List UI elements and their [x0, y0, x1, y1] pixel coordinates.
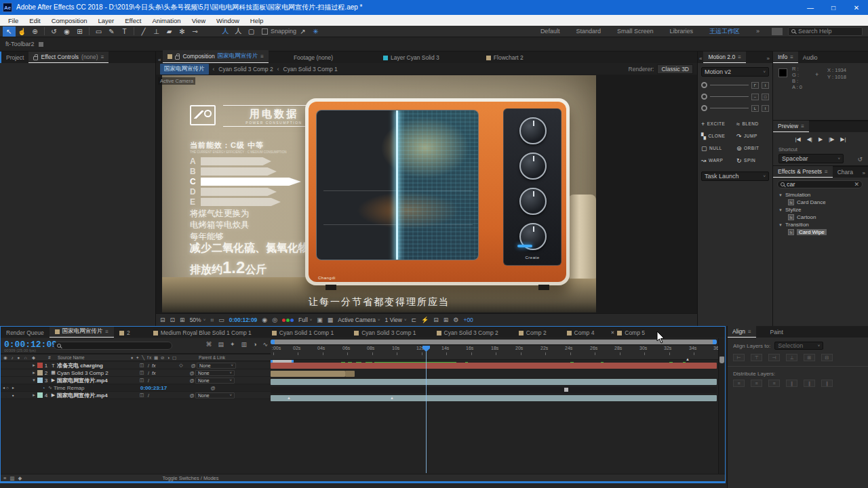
- tab-effect-controls[interactable]: Effect Controls (none) ≡: [28, 52, 108, 63]
- tab-render-queue[interactable]: Render Queue: [1, 328, 50, 338]
- camera-tool-icon[interactable]: ◉: [60, 26, 73, 37]
- slider-btn[interactable]: I: [762, 82, 769, 89]
- property-name[interactable]: Time Remap: [54, 385, 140, 391]
- timeline-search-input[interactable]: [54, 342, 172, 350]
- tab-composition[interactable]: Composition 国家电网宣传片 ≡: [163, 50, 268, 63]
- layer-bar-2-end[interactable]: [345, 371, 355, 377]
- tab-audio[interactable]: Audio: [798, 52, 823, 63]
- breadcrumb-comp1[interactable]: Cyan Solid 3 Comp 1: [283, 66, 338, 73]
- layer-color-swatch[interactable]: [37, 363, 43, 368]
- parent-pickwhip-icon[interactable]: @: [189, 393, 195, 398]
- hand-tool-icon[interactable]: ☝: [16, 26, 28, 37]
- zoom-tool-icon[interactable]: ⊕: [28, 26, 41, 37]
- clear-search-icon[interactable]: ✕: [854, 181, 859, 188]
- parent-dropdown[interactable]: None˅: [197, 363, 236, 369]
- effect-card-wipe[interactable]: fxCard Wipe: [773, 228, 868, 236]
- always-preview-icon[interactable]: ⊟: [160, 317, 165, 323]
- marker-bin-icon[interactable]: [719, 357, 724, 363]
- tab-effects-presets[interactable]: Effects & Presets≡: [773, 166, 833, 178]
- menu-layer[interactable]: Layer: [93, 17, 120, 24]
- twirl-icon[interactable]: ►: [32, 363, 37, 367]
- align-center-v-button[interactable]: ⊞: [804, 354, 815, 361]
- menu-view[interactable]: View: [186, 17, 211, 24]
- parent-pickwhip-icon[interactable]: @: [210, 386, 216, 390]
- tab-character[interactable]: Chara: [833, 167, 858, 178]
- layer-bar-1[interactable]: [271, 363, 717, 369]
- snapping-checkbox[interactable]: [262, 28, 268, 35]
- layer-color-swatch[interactable]: [37, 378, 43, 383]
- align-bottom-button[interactable]: ⊟: [821, 354, 833, 361]
- minimize-button[interactable]: —: [799, 0, 822, 15]
- distribute-center-v-button[interactable]: ≡: [751, 380, 762, 387]
- quality-switch[interactable]: /: [145, 363, 152, 368]
- menu-effect[interactable]: Effect: [119, 17, 146, 24]
- motion-clone-button[interactable]: ▚CLONE: [701, 131, 735, 140]
- effect-cartoon[interactable]: fxCartoon: [773, 214, 868, 221]
- selection-tool-icon[interactable]: ↖: [3, 26, 16, 37]
- twirl-icon[interactable]: ►: [32, 393, 37, 397]
- prev-keyframe-icon[interactable]: ◄: [1, 386, 6, 390]
- panel-menu-icon[interactable]: ≡: [738, 54, 741, 60]
- tab-timeline-active[interactable]: 国家电网宣传片≡: [50, 327, 114, 338]
- tab-comp-2n[interactable]: 2: [114, 328, 136, 338]
- layer-row-2[interactable]: ► 2 ▦ Cyan Solid 3 Comp 2 ◫ / fx @ None˅: [1, 369, 271, 377]
- motion-orbit-button[interactable]: ⊚ORBIT: [736, 144, 770, 152]
- exposure-gear-icon[interactable]: ⚙: [453, 317, 458, 323]
- draft-3d-icon[interactable]: ▤: [218, 341, 224, 348]
- track-area[interactable]: :00s 02s 04s 06s 08s 10s 12s 14s 16s 18s…: [271, 327, 718, 481]
- align-to-dropdown[interactable]: Selection˅: [774, 342, 823, 350]
- layer-color-swatch[interactable]: [37, 370, 43, 375]
- guides-icon[interactable]: ⌗: [210, 317, 214, 324]
- eraser-tool-icon[interactable]: ▰: [163, 26, 176, 37]
- slider-knob[interactable]: [701, 94, 707, 100]
- time-navigator[interactable]: [271, 340, 717, 344]
- show-snapshot-icon[interactable]: ◎: [272, 317, 277, 323]
- align-top-button[interactable]: ⊥: [786, 354, 797, 361]
- twirl-icon[interactable]: ▼: [32, 378, 37, 382]
- playhead-line[interactable]: [426, 351, 427, 473]
- layer-bar-2[interactable]: [271, 371, 345, 377]
- snapshot-icon[interactable]: ◉: [262, 317, 267, 323]
- motion-jump-button[interactable]: ↷JUMP: [736, 131, 770, 140]
- search-help-box[interactable]: Search Help: [788, 27, 863, 36]
- expand-switches-icon[interactable]: ▥: [9, 475, 14, 481]
- composition-flowchart-icon[interactable]: ⌘: [205, 341, 212, 348]
- workspace-default[interactable]: Default: [532, 28, 568, 35]
- channels-icon[interactable]: [282, 319, 294, 322]
- close-button[interactable]: ✕: [845, 0, 868, 15]
- clone-stamp-tool-icon[interactable]: ⊥: [150, 26, 163, 37]
- layer-name[interactable]: Cyan Solid 3 Comp 2: [57, 370, 138, 376]
- breadcrumb-comp2[interactable]: Cyan Solid 3 Comp 2: [218, 66, 273, 73]
- renderer-button[interactable]: Classic 3D: [657, 64, 693, 74]
- type-tool-icon[interactable]: T: [118, 26, 131, 37]
- time-ruler[interactable]: :00s 02s 04s 06s 08s 10s 12s 14s 16s 18s…: [271, 346, 718, 360]
- layer-row-4[interactable]: ● ► 4 ▶ 国家电网宣传片.mp4 ◫ / @ None˅: [1, 392, 271, 399]
- camera-dropdown[interactable]: Active Camera˅: [338, 317, 380, 323]
- roi-icon[interactable]: ▣: [317, 317, 323, 323]
- first-frame-button[interactable]: |◀: [795, 136, 800, 142]
- keyframe-square[interactable]: [564, 388, 568, 392]
- exposure-value[interactable]: +00: [463, 317, 473, 323]
- workspace-libraries[interactable]: Libraries: [661, 28, 701, 35]
- puppet-pin-tool-icon[interactable]: ⊸: [189, 26, 201, 37]
- layer-bar-4[interactable]: ▲ ▲: [271, 395, 717, 401]
- tab-info[interactable]: Info≡: [773, 52, 798, 63]
- view-layout-dropdown[interactable]: 1 View˅: [385, 317, 407, 323]
- menu-window[interactable]: Window: [211, 17, 245, 24]
- shy-switch[interactable]: ◫: [138, 392, 145, 398]
- pan-behind-tool-icon[interactable]: ⊞: [73, 26, 86, 37]
- parent-pickwhip-icon[interactable]: @: [190, 363, 197, 368]
- pen-tool-icon[interactable]: ✎: [105, 26, 118, 37]
- viewer-timecode[interactable]: 0:00:12:09: [229, 317, 258, 323]
- hide-shy-icon[interactable]: ✦: [230, 341, 235, 348]
- motion-slider-2[interactable]: − □: [698, 91, 772, 102]
- breadcrumb-current[interactable]: 国家电网宣传片: [160, 64, 209, 75]
- tab-paint[interactable]: Paint: [766, 327, 788, 338]
- 3d-switch[interactable]: ◇: [178, 363, 184, 368]
- twirl-icon[interactable]: ►: [32, 371, 37, 375]
- shy-switch[interactable]: ◫: [138, 370, 145, 375]
- quality-switch[interactable]: /: [145, 378, 152, 383]
- panel-overflow-right-icon[interactable]: »: [764, 54, 772, 63]
- time-remap-track[interactable]: [271, 387, 717, 393]
- menu-composition[interactable]: Composition: [46, 17, 93, 24]
